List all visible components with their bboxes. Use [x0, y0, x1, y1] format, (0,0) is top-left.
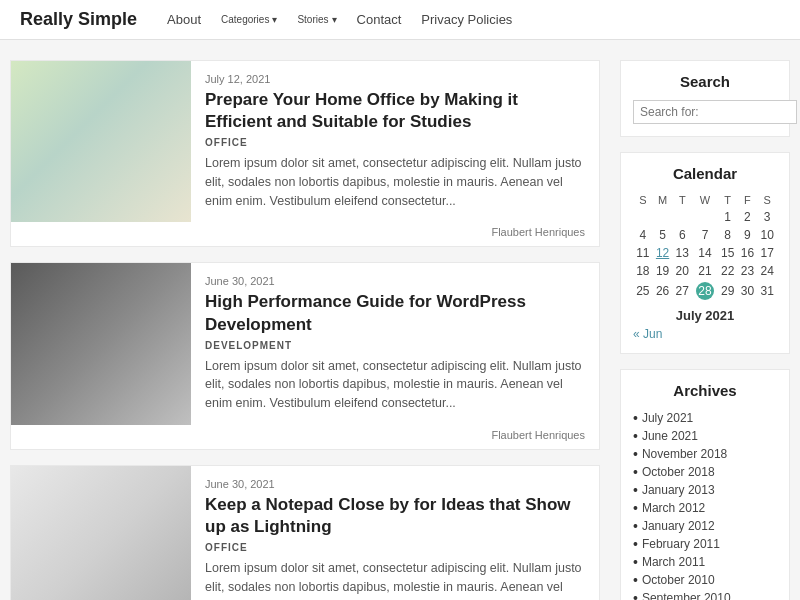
posts-column: July 12, 2021 Prepare Your Home Office b…	[10, 60, 600, 600]
calendar-day-cell[interactable]: 11	[633, 244, 653, 262]
calendar-week-row: 25262728293031	[633, 280, 777, 302]
post-excerpt: Lorem ipsum dolor sit amet, consectetur …	[205, 154, 585, 210]
calendar-day-cell[interactable]: 23	[738, 262, 758, 280]
archive-list-item[interactable]: October 2018	[633, 463, 777, 481]
calendar-day-cell[interactable]: 26	[653, 280, 673, 302]
main-container: July 12, 2021 Prepare Your Home Office b…	[0, 40, 800, 600]
post-title[interactable]: Prepare Your Home Office by Making it Ef…	[205, 89, 585, 133]
calendar-day-cell[interactable]: 7	[692, 226, 718, 244]
post-image	[11, 61, 191, 222]
archive-list-item[interactable]: June 2021	[633, 427, 777, 445]
calendar-week-row: 123	[633, 208, 777, 226]
calendar-week-row: 18192021222324	[633, 262, 777, 280]
calendar-day-cell[interactable]: 14	[692, 244, 718, 262]
calendar-body: 1234567891011121314151617181920212223242…	[633, 208, 777, 302]
calendar-day-cell[interactable]: 9	[738, 226, 758, 244]
post-image	[11, 466, 191, 600]
nav-contact[interactable]: Contact	[357, 12, 402, 27]
calendar-day-cell[interactable]: 15	[718, 244, 738, 262]
post-category: OFFICE	[205, 542, 585, 553]
archives-list: July 2021June 2021November 2018October 2…	[633, 409, 777, 600]
archive-list-item[interactable]: September 2010	[633, 589, 777, 600]
cal-day-f: F	[738, 192, 758, 208]
main-nav: About Categories▾ Stories▾ Contact Priva…	[167, 12, 512, 27]
archive-list-item[interactable]: March 2012	[633, 499, 777, 517]
calendar-week-row: 45678910	[633, 226, 777, 244]
calendar-day-cell[interactable]: 29	[718, 280, 738, 302]
calendar-day-cell[interactable]: 27	[672, 280, 692, 302]
archive-list-item[interactable]: March 2011	[633, 553, 777, 571]
archives-title: Archives	[633, 382, 777, 399]
archive-list-item[interactable]: January 2013	[633, 481, 777, 499]
search-section: Search Search	[620, 60, 790, 137]
calendar-section: Calendar S M T W T F S 12345678910111213…	[620, 152, 790, 354]
calendar-day-cell	[672, 208, 692, 226]
calendar-day-cell[interactable]: 3	[757, 208, 777, 226]
nav-categories[interactable]: Categories▾	[221, 14, 277, 25]
calendar-day-cell[interactable]: 30	[738, 280, 758, 302]
archive-list-item[interactable]: January 2012	[633, 517, 777, 535]
calendar-title: Calendar	[633, 165, 777, 182]
sidebar: Search Search Calendar S M T W T F S	[620, 60, 790, 600]
calendar-day-cell[interactable]: 20	[672, 262, 692, 280]
post-date: June 30, 2021	[205, 275, 585, 287]
calendar-day-cell[interactable]: 17	[757, 244, 777, 262]
post-card: July 12, 2021 Prepare Your Home Office b…	[10, 60, 600, 247]
calendar-day-cell[interactable]: 18	[633, 262, 653, 280]
calendar-day-cell[interactable]: 31	[757, 280, 777, 302]
post-inner: June 30, 2021 Keep a Notepad Close by fo…	[11, 466, 599, 600]
nav-privacy[interactable]: Privacy Policies	[421, 12, 512, 27]
archive-list-item[interactable]: February 2011	[633, 535, 777, 553]
calendar-week-row: 11121314151617	[633, 244, 777, 262]
calendar-day-cell[interactable]: 16	[738, 244, 758, 262]
calendar-day-cell[interactable]: 28	[692, 280, 718, 302]
post-inner: June 30, 2021 High Performance Guide for…	[11, 263, 599, 424]
search-input[interactable]	[633, 100, 797, 124]
calendar-prev-nav[interactable]: « Jun	[633, 327, 777, 341]
post-date: June 30, 2021	[205, 478, 585, 490]
post-content: June 30, 2021 Keep a Notepad Close by fo…	[191, 466, 599, 600]
post-content: June 30, 2021 High Performance Guide for…	[191, 263, 599, 424]
calendar-month-label: July 2021	[633, 308, 777, 323]
calendar-day-cell[interactable]: 8	[718, 226, 738, 244]
calendar-day-cell[interactable]: 6	[672, 226, 692, 244]
post-date: July 12, 2021	[205, 73, 585, 85]
post-category: DEVELOPMENT	[205, 340, 585, 351]
calendar-day-cell[interactable]: 24	[757, 262, 777, 280]
calendar-day-cell	[633, 208, 653, 226]
nav-about[interactable]: About	[167, 12, 201, 27]
archive-list-item[interactable]: July 2021	[633, 409, 777, 427]
post-title[interactable]: High Performance Guide for WordPress Dev…	[205, 291, 585, 335]
post-image	[11, 263, 191, 424]
calendar-day-cell[interactable]: 4	[633, 226, 653, 244]
nav-stories[interactable]: Stories▾	[297, 14, 336, 25]
archive-list-item[interactable]: October 2010	[633, 571, 777, 589]
post-inner: July 12, 2021 Prepare Your Home Office b…	[11, 61, 599, 222]
search-row: Search	[633, 100, 777, 124]
cal-day-m: M	[653, 192, 673, 208]
calendar-day-cell[interactable]: 10	[757, 226, 777, 244]
calendar-day-cell[interactable]: 25	[633, 280, 653, 302]
calendar-day-cell[interactable]: 21	[692, 262, 718, 280]
calendar-day-cell[interactable]: 22	[718, 262, 738, 280]
calendar-day-cell[interactable]: 5	[653, 226, 673, 244]
archive-list-item[interactable]: November 2018	[633, 445, 777, 463]
site-header: Really Simple About Categories▾ Stories▾…	[0, 0, 800, 40]
calendar-day-cell	[692, 208, 718, 226]
post-author: Flaubert Henriques	[11, 425, 599, 449]
cal-day-s2: S	[757, 192, 777, 208]
calendar-day-cell	[653, 208, 673, 226]
calendar-header-row: S M T W T F S	[633, 192, 777, 208]
calendar-day-cell[interactable]: 13	[672, 244, 692, 262]
calendar-table: S M T W T F S 12345678910111213141516171…	[633, 192, 777, 302]
site-title: Really Simple	[20, 9, 137, 30]
cal-day-w: W	[692, 192, 718, 208]
calendar-day-cell[interactable]: 19	[653, 262, 673, 280]
post-author: Flaubert Henriques	[11, 222, 599, 246]
post-card: June 30, 2021 High Performance Guide for…	[10, 262, 600, 449]
calendar-day-cell[interactable]: 12	[653, 244, 673, 262]
calendar-day-cell[interactable]: 1	[718, 208, 738, 226]
post-excerpt: Lorem ipsum dolor sit amet, consectetur …	[205, 357, 585, 413]
calendar-day-cell[interactable]: 2	[738, 208, 758, 226]
post-title[interactable]: Keep a Notepad Close by for Ideas that S…	[205, 494, 585, 538]
